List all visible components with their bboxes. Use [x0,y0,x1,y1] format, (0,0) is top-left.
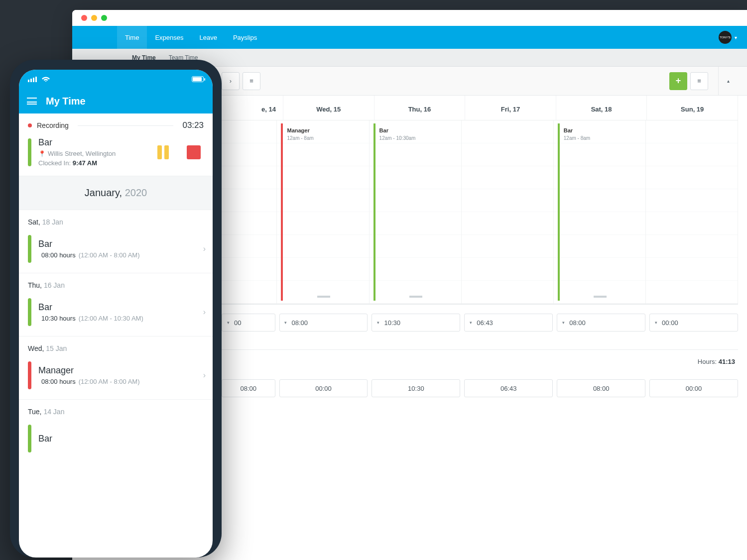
hours-cell[interactable]: ▾00:00 [649,314,738,332]
tab-expenses[interactable]: Expenses [147,26,191,49]
hours-value: 10:30 [384,319,400,327]
hours-value: 00:00 [315,385,332,392]
event-range: 12am - 8am [564,135,636,141]
add-button[interactable]: + [669,72,687,90]
month-name: January, [85,187,122,198]
hours-cell[interactable]: 10:30 [372,379,460,397]
tab-payslips[interactable]: Payslips [225,26,265,49]
phone-header: My Time [19,89,213,113]
tab-time[interactable]: Time [117,26,147,49]
tab-leave[interactable]: Leave [192,26,225,49]
hours-cell[interactable]: ▾08:00 [557,314,645,332]
hours-row: ▾00 ▾08:00 ▾10:30 ▾06:43 ▾08:00 ▾00:00 [222,305,738,336]
entry-date: Sat, 18 Jan [19,210,213,230]
entry-hours: 10:30 hours(12:00 AM - 10:30 AM) [38,315,196,322]
chevron-right-icon: › [203,371,206,380]
list-item[interactable]: Bar [19,420,213,462]
list-item[interactable]: Bar 10:30 hours(12:00 AM - 10:30 AM) › [19,293,213,336]
chevron-down-icon: ▾ [465,320,477,325]
hours-value: 06:43 [477,319,493,327]
close-icon[interactable] [81,15,87,21]
entry-hours: 08:00 hours(12:00 AM - 8:00 AM) [38,251,196,259]
current-shift-card: Bar 📍 Willis Street, Wellington Clocked … [19,135,213,176]
calendar-event[interactable]: Bar 12am - 10:30am [374,123,456,301]
entry-date: Tue, 14 Jan [19,400,213,420]
day-column[interactable]: Manager 12am - 8am [277,120,369,304]
event-title: Manager [287,127,360,133]
chevron-right-icon: › [203,244,206,253]
page-title: My Time [46,96,86,107]
top-nav: Time Expenses Leave Payslips TONY'S ▾ [72,26,747,49]
event-title: Bar [564,127,636,133]
hours-cell[interactable]: 06:43 [464,379,553,397]
hours-cell[interactable]: ▾06:43 [464,314,553,332]
recording-row: Recording 03:23 [19,113,213,135]
hours-cell[interactable]: ▾10:30 [372,314,460,332]
day-column[interactable]: Bar 12am - 10:30am [370,120,462,304]
chevron-down-icon: ▾ [650,320,662,325]
calendar-event[interactable]: Manager 12am - 8am [281,123,364,301]
hours-cell[interactable]: 00:00 [279,379,368,397]
grid-view-button[interactable]: ≡ [690,72,708,90]
hours-value: 00:00 [686,385,702,392]
event-title: Bar [379,127,452,133]
divider [78,125,174,126]
minimize-icon[interactable] [91,15,97,21]
pause-button[interactable] [157,145,169,159]
hours-cell[interactable]: ▾08:00 [279,314,368,332]
list-item[interactable]: Bar 08:00 hours(12:00 AM - 8:00 AM) › [19,230,213,273]
hours-cell[interactable]: 08:00 [557,379,645,397]
hours-cell[interactable]: 00:00 [649,379,738,397]
collapse-button[interactable]: ▴ [718,67,738,95]
recording-label: Recording [37,121,69,129]
month-year: 2020 [125,187,147,198]
hours-value: 10:30 [408,385,424,392]
clockin-row: Clocked In: 9:47 AM [38,159,150,167]
drag-handle-icon[interactable] [409,296,422,298]
battery-icon [192,76,204,82]
day-column[interactable]: Bar 12am - 8am [554,120,646,304]
shift-address: 📍 Willis Street, Wellington [38,150,150,157]
calendar-header: e, 14 Wed, 15 Thu, 16 Fri, 17 Sat, 18 Su… [222,96,738,120]
recording-elapsed: 03:23 [182,120,204,130]
zoom-icon[interactable] [101,15,107,21]
shift-title: Bar [38,137,150,148]
calendar-event[interactable]: Bar 12am - 8am [558,123,640,301]
color-bar [28,361,31,389]
hamburger-icon[interactable] [27,98,37,105]
hours-value: 08:00 [292,319,308,327]
drag-handle-icon[interactable] [317,296,330,298]
hours-value: 06:43 [500,385,517,392]
chevron-right-icon: › [203,308,206,317]
record-icon [28,123,32,127]
hours-value: 08:00 [240,385,256,392]
entry-date: Wed, 15 Jan [19,336,213,356]
profile-menu[interactable]: TONY'S ▾ [719,31,737,44]
chevron-down-icon: ▾ [222,320,234,325]
day-header: Wed, 15 [283,96,374,120]
hours-cell[interactable]: ▾00 [222,314,275,332]
day-column[interactable] [646,120,738,304]
stop-button[interactable] [187,145,201,159]
drag-handle-icon[interactable] [594,296,607,298]
status-bar [19,70,213,89]
entry-title: Bar [38,302,196,313]
hours-cell[interactable]: 08:00 [222,379,275,397]
entry-date: Thu, 16 Jan [19,273,213,293]
list-item[interactable]: Manager 08:00 hours(12:00 AM - 8:00 AM) … [19,356,213,400]
avatar: TONY'S [719,31,732,44]
hours-value: 08:00 [593,385,610,392]
next-week-button[interactable]: › [222,72,240,90]
hours-value: 08:00 [569,319,586,327]
entry-hours: 08:00 hours(12:00 AM - 8:00 AM) [38,378,196,385]
list-view-button[interactable]: ≡ [243,72,260,90]
month-header: January, 2020 [19,176,213,210]
day-column[interactable] [222,120,277,304]
signal-icon [28,77,37,82]
entry-title: Bar [38,434,206,444]
day-column[interactable] [462,120,554,304]
day-header: Sat, 18 [556,96,647,120]
hours-row: 08:00 00:00 10:30 06:43 08:00 00:00 [222,373,738,402]
clockin-time: 9:47 AM [73,159,97,167]
phone-screen: My Time Recording 03:23 Bar 📍 Willis Str… [19,70,213,558]
